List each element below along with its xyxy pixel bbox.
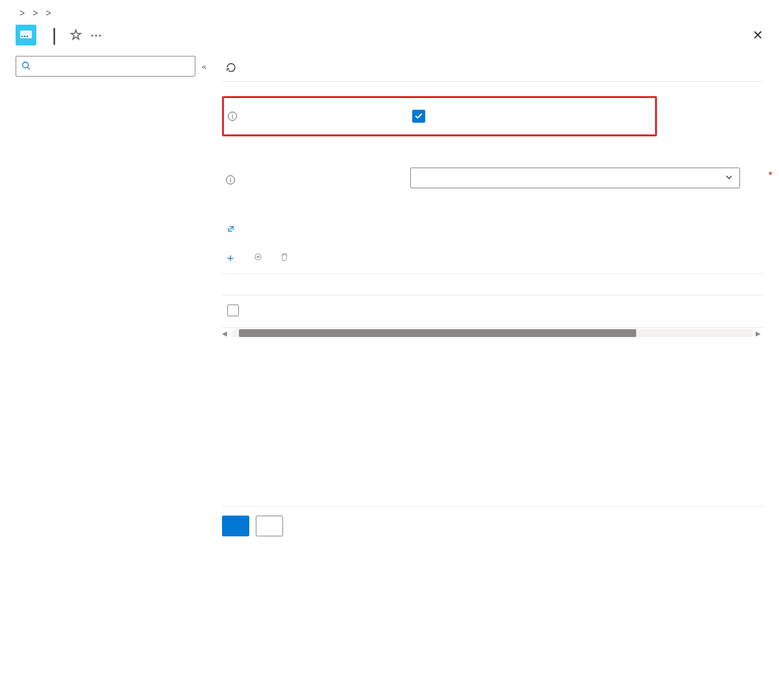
trash-icon — [280, 253, 289, 264]
sidebar-search[interactable] — [16, 56, 195, 77]
delete-ipconfig-button[interactable] — [280, 253, 293, 264]
ip-forwarding-row: i — [224, 103, 655, 129]
svg-rect-2 — [24, 36, 25, 37]
sidebar-search-input[interactable] — [34, 61, 190, 71]
vnet-row — [222, 138, 763, 164]
col-privateip[interactable] — [587, 274, 704, 295]
svg-point-4 — [23, 62, 29, 68]
ip-forwarding-checkbox[interactable] — [412, 110, 425, 123]
toolbar — [222, 56, 763, 82]
svg-rect-0 — [20, 31, 32, 38]
breadcrumb: > > > — [16, 8, 763, 18]
learn-more-link[interactable] — [225, 223, 234, 234]
info-icon[interactable]: i — [228, 112, 237, 121]
ipconfig-table — [222, 274, 763, 328]
svg-point-7 — [257, 256, 260, 258]
more-actions-icon[interactable]: ⋯ — [90, 28, 103, 42]
apply-button[interactable] — [222, 516, 249, 536]
svg-rect-3 — [27, 36, 28, 37]
make-primary-button[interactable] — [253, 252, 267, 264]
col-ipversion[interactable] — [412, 274, 496, 295]
col-publicip[interactable] — [704, 274, 763, 295]
row-checkbox[interactable] — [227, 305, 239, 316]
favorite-star-icon[interactable]: ☆ — [69, 27, 82, 44]
horizontal-scrollbar[interactable]: ◀ ▶ — [222, 329, 763, 337]
gear-icon — [253, 252, 263, 264]
plus-icon: ＋ — [225, 250, 236, 266]
chevron-down-icon — [725, 173, 733, 183]
svg-line-5 — [28, 67, 31, 69]
subnet-row: i * — [222, 164, 763, 196]
search-icon — [21, 61, 31, 72]
close-blade-button[interactable]: ✕ — [752, 25, 763, 45]
col-type[interactable] — [496, 274, 587, 295]
subnet-select[interactable] — [410, 168, 740, 188]
sidebar: « — [16, 56, 204, 536]
refresh-icon — [226, 62, 236, 75]
discard-button[interactable] — [256, 516, 283, 536]
page-title: | ☆ ⋯ — [44, 25, 745, 45]
table-row[interactable] — [222, 295, 763, 328]
info-paragraph — [222, 222, 763, 236]
info-icon[interactable]: i — [226, 175, 235, 184]
svg-rect-1 — [21, 36, 23, 37]
refresh-button[interactable] — [222, 60, 245, 77]
required-indicator: * — [769, 170, 773, 182]
nic-resource-icon — [16, 25, 36, 45]
col-name[interactable] — [256, 274, 412, 295]
add-ipconfig-button[interactable]: ＋ — [225, 250, 240, 266]
